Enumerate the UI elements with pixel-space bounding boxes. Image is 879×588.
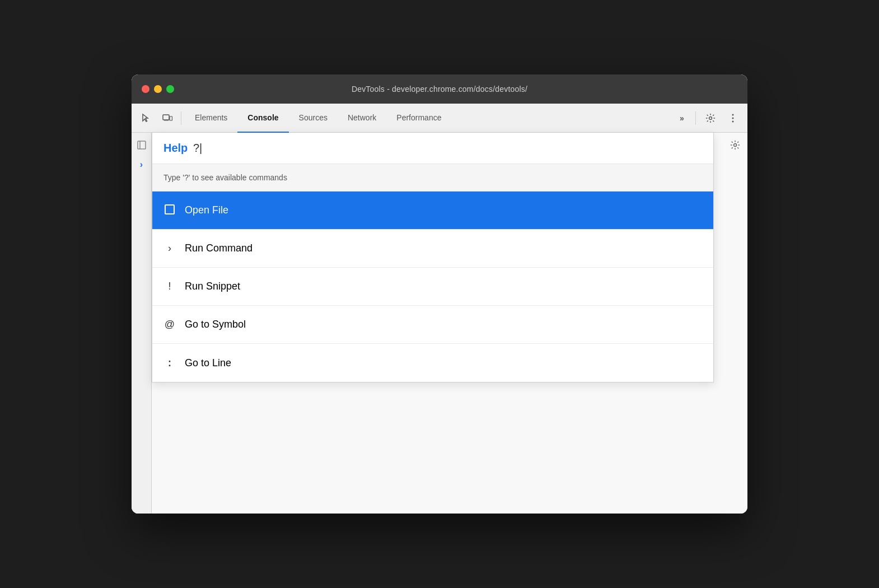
- responsive-icon: [162, 113, 172, 123]
- toolbar-divider: [181, 111, 181, 125]
- colon-icon: :: [163, 357, 176, 369]
- kebab-icon: [732, 114, 734, 123]
- command-popup: Help ?| Type '?' to see available comman…: [152, 133, 714, 382]
- popup-hint-text: Type '?' to see available commands: [152, 164, 713, 192]
- toolbar-actions: »: [673, 108, 743, 128]
- devtools-window: DevTools - developer.chrome.com/docs/dev…: [132, 74, 747, 514]
- run-command-label: Run Command: [185, 242, 253, 254]
- cursor-icon: [141, 113, 151, 123]
- tab-console[interactable]: Console: [237, 104, 288, 133]
- tab-elements[interactable]: Elements: [185, 104, 237, 133]
- svg-point-6: [732, 120, 734, 122]
- command-open-file[interactable]: Open File: [152, 192, 713, 230]
- main-panel: Help ?| Type '?' to see available comman…: [152, 133, 747, 514]
- sidebar-toggle-icon: [137, 141, 146, 150]
- chevron-right-icon: ›: [163, 242, 176, 254]
- svg-rect-0: [163, 115, 169, 120]
- gear-corner-icon: [730, 140, 740, 150]
- kebab-menu-button[interactable]: [723, 108, 743, 128]
- open-file-label: Open File: [185, 204, 228, 216]
- command-go-to-symbol[interactable]: @ Go to Symbol: [152, 306, 713, 344]
- svg-point-9: [734, 144, 737, 147]
- sidebar-strip: ›: [132, 133, 152, 514]
- open-file-icon: [163, 204, 176, 217]
- command-run-command[interactable]: › Run Command: [152, 230, 713, 268]
- run-snippet-label: Run Snippet: [185, 281, 240, 292]
- exclamation-icon: !: [163, 281, 176, 292]
- go-to-line-label: Go to Line: [185, 357, 231, 369]
- command-run-snippet[interactable]: ! Run Snippet: [152, 268, 713, 306]
- square-icon: [165, 204, 175, 214]
- go-to-symbol-label: Go to Symbol: [185, 319, 246, 330]
- command-list: Open File › Run Command ! Run Snippet: [152, 192, 713, 382]
- toolbar: Elements Console Sources Network Perform…: [132, 104, 747, 133]
- popup-help-label: Help: [163, 142, 188, 155]
- cursor-icon-button[interactable]: [136, 108, 156, 128]
- svg-rect-1: [170, 116, 172, 120]
- sidebar-chevron[interactable]: ›: [133, 155, 149, 174]
- svg-point-5: [732, 117, 734, 119]
- settings-icon: [705, 113, 716, 123]
- toolbar-divider-2: [695, 111, 696, 125]
- maximize-button[interactable]: [166, 85, 174, 93]
- minimize-button[interactable]: [154, 85, 162, 93]
- popup-header: Help ?|: [152, 133, 713, 164]
- responsive-icon-button[interactable]: [157, 108, 177, 128]
- popup-cursor-text: ?|: [190, 142, 202, 155]
- sidebar-panel-icon[interactable]: [134, 137, 149, 153]
- tab-network[interactable]: Network: [338, 104, 386, 133]
- content-area: › Help ?| Type '?' to see available: [132, 133, 747, 514]
- toolbar-tabs: Elements Console Sources Network Perform…: [185, 104, 672, 133]
- tab-sources[interactable]: Sources: [289, 104, 338, 133]
- gear-corner-button[interactable]: [727, 137, 743, 153]
- more-tabs-button[interactable]: »: [673, 109, 691, 127]
- svg-rect-7: [138, 141, 146, 149]
- svg-point-3: [709, 116, 712, 119]
- settings-button[interactable]: [700, 108, 721, 128]
- at-icon: @: [163, 319, 176, 330]
- traffic-lights: [142, 85, 174, 93]
- svg-point-4: [732, 114, 734, 115]
- command-go-to-line[interactable]: : Go to Line: [152, 344, 713, 382]
- titlebar: DevTools - developer.chrome.com/docs/dev…: [132, 74, 747, 104]
- tab-performance[interactable]: Performance: [386, 104, 451, 133]
- window-title: DevTools - developer.chrome.com/docs/dev…: [352, 85, 527, 94]
- close-button[interactable]: [142, 85, 149, 93]
